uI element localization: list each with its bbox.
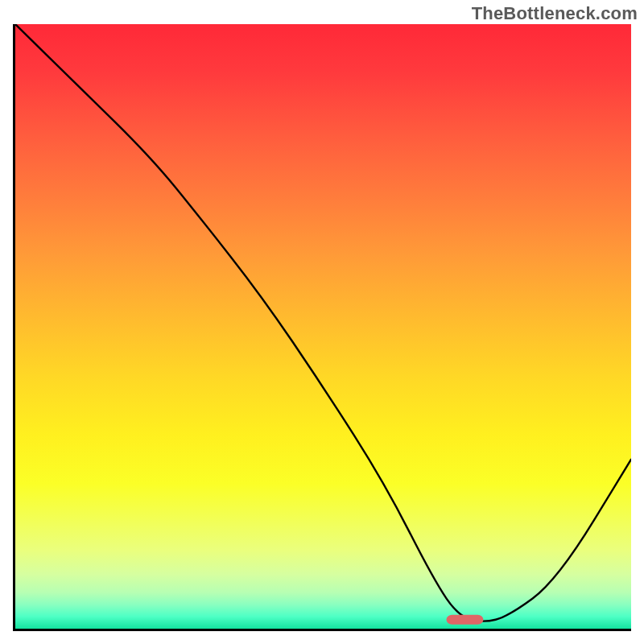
chart-container: TheBottleneck.com — [0, 0, 644, 644]
bottleneck-curve — [15, 24, 631, 621]
plot-area — [13, 24, 631, 631]
optimal-marker — [447, 615, 484, 625]
plot-svg — [15, 24, 631, 629]
watermark-text: TheBottleneck.com — [472, 3, 638, 24]
